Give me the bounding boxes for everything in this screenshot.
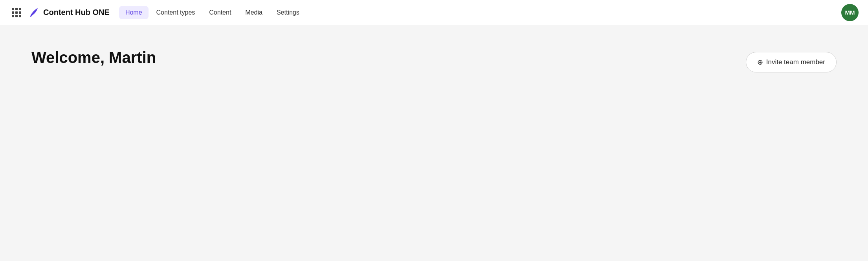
add-person-icon: ⊕ [757,58,763,67]
nav-link-media[interactable]: Media [239,6,269,19]
main-content: Welcome, Martin ⊕ Invite team member [0,25,868,96]
brand-logo-area[interactable]: Content Hub ONE [27,6,110,19]
nav-link-content-types[interactable]: Content types [150,6,202,19]
grid-menu-icon[interactable] [9,6,24,20]
nav-link-content[interactable]: Content [203,6,237,19]
nav-links: Home Content types Content Media Setting… [119,6,838,19]
navbar: Content Hub ONE Home Content types Conte… [0,0,868,25]
invite-button-label: Invite team member [766,58,825,66]
invite-team-member-button[interactable]: ⊕ Invite team member [746,52,837,72]
welcome-heading: Welcome, Martin [31,49,156,67]
nav-link-home[interactable]: Home [119,6,149,19]
brand-title: Content Hub ONE [43,8,110,17]
navbar-right: MM [841,4,859,21]
user-avatar[interactable]: MM [841,4,859,21]
brand-feather-icon [27,6,39,19]
grid-dots [12,8,21,17]
nav-link-settings[interactable]: Settings [270,6,306,19]
